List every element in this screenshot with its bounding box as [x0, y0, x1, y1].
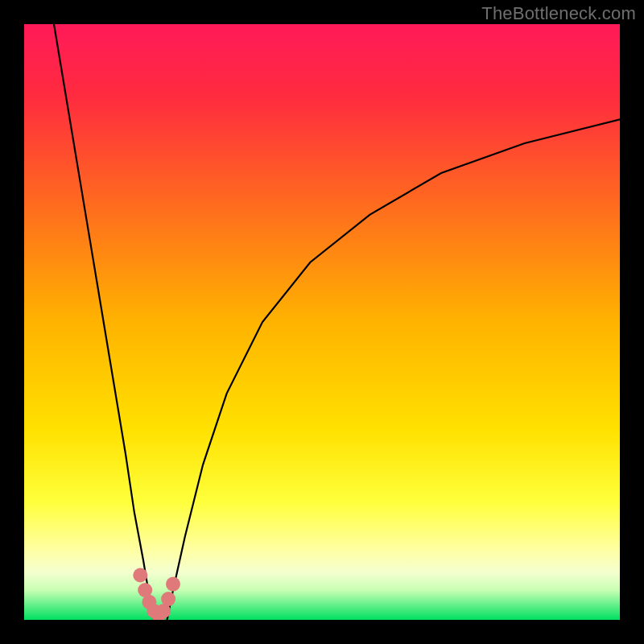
bottleneck-plot: [24, 24, 620, 620]
marker-dot: [166, 577, 180, 592]
marker-dot: [133, 568, 147, 583]
marker-dot: [161, 592, 175, 606]
gradient-background: [24, 24, 620, 620]
watermark-text: TheBottleneck.com: [481, 3, 636, 24]
outer-frame: TheBottleneck.com: [0, 0, 644, 644]
